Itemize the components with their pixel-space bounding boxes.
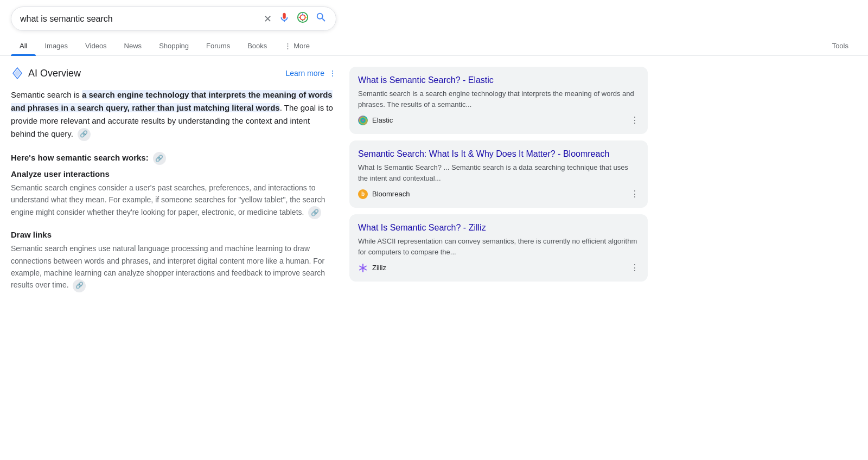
result-more-bloomreach[interactable]: ⋮ [630, 189, 639, 199]
tab-forums[interactable]: Forums [197, 36, 239, 55]
search-input[interactable] [20, 14, 264, 24]
tools-button[interactable]: Tools [824, 36, 857, 55]
tab-news[interactable]: News [116, 36, 151, 55]
tab-more[interactable]: ⋮ More [276, 36, 318, 55]
ai-section-draw: Draw links Semantic search engines use n… [11, 230, 336, 292]
source-name-zilliz: Zilliz [372, 264, 386, 272]
more-label: More [293, 42, 310, 50]
search-bar: ✕ [11, 7, 336, 31]
lens-icon[interactable] [297, 11, 309, 26]
result-title-bloomreach[interactable]: Semantic Search: What Is It & Why Does I… [358, 149, 639, 159]
ai-overview-label: AI Overview [28, 68, 81, 79]
ai-section-draw-title: Draw links [11, 230, 336, 239]
result-source-bloomreach: b Bloomreach ⋮ [358, 189, 639, 199]
search-bar-container: ✕ [0, 0, 868, 31]
result-more-elastic[interactable]: ⋮ [630, 115, 639, 125]
how-link-icon[interactable]: 🔗 [153, 152, 166, 165]
result-snippet-zilliz: While ASCII representation can convey se… [358, 236, 639, 257]
learn-more-link[interactable]: Learn more [285, 69, 324, 78]
result-snippet-bloomreach: What Is Semantic Search? ... Semantic se… [358, 162, 639, 183]
source-info-elastic: Elastic [358, 116, 393, 125]
result-card-zilliz: What Is Semantic Search? - Zilliz While … [349, 214, 648, 282]
favicon-zilliz [358, 263, 368, 273]
result-source-elastic: Elastic ⋮ [358, 115, 639, 125]
left-column: AI Overview Learn more ⋮ Semantic search… [11, 67, 336, 303]
ai-overview-actions: Learn more ⋮ [285, 69, 336, 78]
tab-videos[interactable]: Videos [76, 36, 116, 55]
result-card-elastic: What is Semantic Search? - Elastic Seman… [349, 67, 648, 134]
ai-body-intro: Semantic search is a search engine techn… [11, 88, 336, 141]
favicon-elastic [358, 116, 368, 125]
more-dots-icon: ⋮ [284, 42, 291, 50]
ai-how-title: Here's how semantic search works: 🔗 [11, 152, 336, 165]
ai-section-analyze-title: Analyze user interactions [11, 169, 336, 178]
ai-overview-menu-icon[interactable]: ⋮ [329, 69, 336, 78]
svg-point-8 [359, 117, 367, 124]
search-icons: ✕ [264, 11, 327, 26]
ai-overview-title: AI Overview [11, 67, 81, 80]
main-content: AI Overview Learn more ⋮ Semantic search… [0, 56, 868, 303]
search-icon[interactable] [315, 11, 327, 26]
result-source-zilliz: Zilliz ⋮ [358, 263, 639, 273]
right-column: What is Semantic Search? - Elastic Seman… [349, 67, 648, 303]
ai-section-analyze-body: Semantic search engines consider a user'… [11, 182, 336, 219]
tab-shopping[interactable]: Shopping [150, 36, 197, 55]
result-snippet-elastic: Semantic search is a search engine techn… [358, 88, 639, 110]
clear-icon[interactable]: ✕ [264, 13, 272, 25]
result-more-zilliz[interactable]: ⋮ [630, 263, 639, 273]
result-title-zilliz[interactable]: What Is Semantic Search? - Zilliz [358, 223, 639, 233]
tab-books[interactable]: Books [239, 36, 276, 55]
tab-images[interactable]: Images [36, 36, 76, 55]
tab-all[interactable]: All [11, 36, 36, 55]
source-info-bloomreach: b Bloomreach [358, 189, 410, 199]
svg-point-1 [300, 15, 305, 20]
source-name-elastic: Elastic [372, 116, 393, 124]
ai-section-draw-body: Semantic search engines use natural lang… [11, 242, 336, 292]
result-card-bloomreach: Semantic Search: What Is It & Why Does I… [349, 140, 648, 208]
ai-diamond-icon [11, 67, 24, 80]
intro-link-icon[interactable]: 🔗 [78, 128, 91, 141]
source-name-bloomreach: Bloomreach [372, 190, 410, 198]
microphone-icon[interactable] [278, 11, 290, 26]
result-title-elastic[interactable]: What is Semantic Search? - Elastic [358, 75, 639, 85]
ai-section-analyze: Analyze user interactions Semantic searc… [11, 169, 336, 219]
nav-tabs: All Images Videos News Shopping Forums B… [0, 31, 868, 56]
analyze-link-icon[interactable]: 🔗 [308, 206, 321, 219]
favicon-bloomreach: b [358, 189, 368, 199]
intro-before-highlight: Semantic search is [11, 90, 82, 99]
ai-overview-header: AI Overview Learn more ⋮ [11, 67, 336, 80]
source-info-zilliz: Zilliz [358, 263, 386, 273]
draw-link-icon[interactable]: 🔗 [73, 279, 86, 292]
